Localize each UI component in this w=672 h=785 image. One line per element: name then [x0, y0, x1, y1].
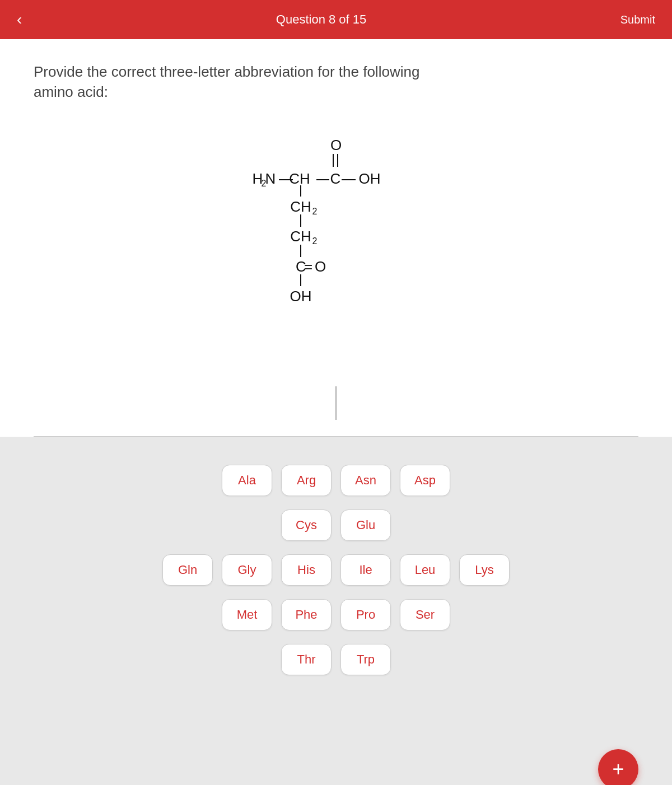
svg-text:C: C — [330, 170, 341, 187]
back-button[interactable]: ‹ — [17, 12, 22, 27]
svg-text:CH: CH — [290, 228, 311, 245]
amino-row-4: Met Phe Pro Ser — [34, 599, 638, 630]
svg-text:O: O — [330, 137, 342, 153]
btn-his[interactable]: His — [281, 554, 332, 586]
svg-text:N: N — [265, 170, 276, 187]
amino-acid-diagram: O H 2 N CH C OH CH 2 — [190, 130, 482, 343]
answer-cursor — [335, 386, 337, 420]
svg-text:2: 2 — [312, 236, 318, 246]
btn-pro[interactable]: Pro — [340, 599, 391, 630]
svg-text:OH: OH — [359, 170, 381, 187]
btn-arg[interactable]: Arg — [281, 465, 332, 496]
btn-lys[interactable]: Lys — [459, 554, 510, 586]
btn-gly[interactable]: Gly — [222, 554, 272, 586]
btn-met[interactable]: Met — [222, 599, 272, 630]
svg-text:OH: OH — [290, 288, 312, 305]
question-progress: Question 8 of 15 — [276, 12, 366, 27]
svg-text:O: O — [315, 258, 326, 275]
btn-phe[interactable]: Phe — [281, 599, 332, 630]
svg-text:=: = — [304, 258, 312, 275]
svg-text:CH: CH — [290, 198, 311, 215]
chemical-structure: O H 2 N CH C OH CH 2 — [34, 125, 638, 349]
header: ‹ Question 8 of 15 Submit — [0, 0, 672, 39]
submit-button[interactable]: Submit — [620, 13, 655, 26]
btn-gln[interactable]: Gln — [162, 554, 213, 586]
btn-ile[interactable]: Ile — [340, 554, 391, 586]
svg-text:2: 2 — [312, 207, 318, 216]
btn-ala[interactable]: Ala — [222, 465, 272, 496]
amino-row-3: Gln Gly His Ile Leu Lys — [34, 554, 638, 586]
btn-leu[interactable]: Leu — [400, 554, 450, 586]
btn-asn[interactable]: Asn — [340, 465, 391, 496]
answer-buttons-area: Ala Arg Asn Asp Cys Glu Gln Gly His Ile … — [0, 437, 672, 785]
btn-glu[interactable]: Glu — [340, 510, 391, 541]
amino-row-2: Cys Glu — [34, 510, 638, 541]
btn-thr[interactable]: Thr — [281, 644, 332, 675]
svg-text:CH: CH — [289, 170, 310, 187]
btn-asp[interactable]: Asp — [400, 465, 450, 496]
amino-row-5: Thr Trp — [34, 644, 638, 675]
fab-button[interactable]: + — [598, 749, 638, 785]
btn-cys[interactable]: Cys — [281, 510, 332, 541]
question-area: Provide the correct three-letter abbrevi… — [0, 39, 672, 437]
btn-ser[interactable]: Ser — [400, 599, 450, 630]
amino-row-1: Ala Arg Asn Asp — [34, 465, 638, 496]
btn-trp[interactable]: Trp — [340, 644, 391, 675]
question-text: Provide the correct three-letter abbrevi… — [34, 62, 426, 102]
